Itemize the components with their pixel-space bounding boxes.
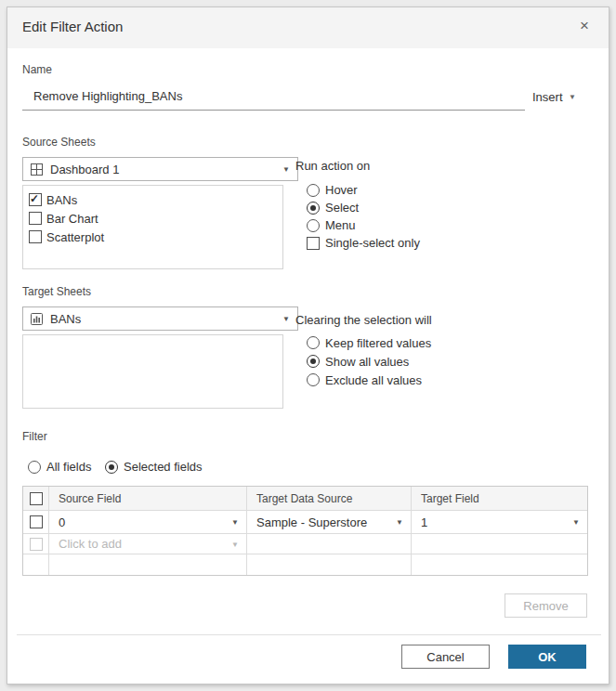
- radio-icon[interactable]: [307, 219, 320, 232]
- row-checkbox-icon[interactable]: [30, 515, 43, 528]
- col-header-target-data-source: Target Data Source: [247, 487, 412, 511]
- source-sheet-item-label: Scatterplot: [46, 230, 104, 244]
- target-data-source-value: Sample - Superstore: [256, 515, 367, 529]
- select-all-cell: [23, 487, 49, 511]
- chevron-down-icon[interactable]: ▼: [231, 540, 239, 548]
- insert-button[interactable]: Insert: [532, 90, 563, 104]
- checkbox-icon[interactable]: [29, 230, 42, 243]
- radio-hover[interactable]: Hover: [307, 181, 420, 199]
- target-field-dropdown[interactable]: 1 ▼: [412, 511, 587, 534]
- checkbox-icon[interactable]: [29, 212, 42, 225]
- select-all-checkbox-icon[interactable]: [30, 492, 43, 505]
- col-header-target-field: Target Field: [412, 487, 587, 511]
- checkbox-checked-icon[interactable]: [29, 193, 42, 206]
- dialog-titlebar: Edit Filter Action ×: [7, 7, 609, 48]
- footer-divider: [17, 634, 601, 635]
- click-to-add-dropdown[interactable]: Click to add ▼: [49, 534, 247, 554]
- radio-all-fields[interactable]: All fields: [28, 458, 91, 476]
- cancel-button[interactable]: Cancel: [401, 645, 490, 669]
- source-sheet-item-bar-chart[interactable]: Bar Chart: [23, 209, 282, 228]
- radio-selected-icon[interactable]: [105, 461, 118, 474]
- radio-select[interactable]: Select: [307, 199, 420, 216]
- click-to-add-placeholder: Click to add: [59, 537, 122, 551]
- edit-filter-action-dialog: Edit Filter Action × Name Remove Highlig…: [7, 7, 609, 684]
- source-sheet-item-scatterplot[interactable]: Scatterplot: [23, 228, 282, 246]
- source-sheets-dropdown[interactable]: Dashboard 1 ▼: [22, 157, 298, 181]
- col-header-source-field: Source Field: [49, 487, 247, 511]
- filter-fields-table: Source Field Target Data Source Target F…: [22, 486, 588, 576]
- radio-selected-icon[interactable]: [307, 202, 320, 215]
- radio-all-fields-label: All fields: [46, 460, 91, 474]
- chevron-down-icon[interactable]: ▼: [396, 518, 403, 527]
- chevron-down-icon[interactable]: ▼: [572, 518, 580, 527]
- target-sheets-dropdown-value: BANs: [50, 312, 282, 326]
- source-sheet-item-bans[interactable]: BANs: [23, 190, 282, 209]
- empty-cell: [412, 554, 587, 575]
- radio-icon[interactable]: [307, 336, 320, 349]
- source-sheets-dropdown-value: Dashboard 1: [50, 163, 282, 176]
- source-sheet-item-label: Bar Chart: [46, 212, 98, 226]
- empty-cell: [23, 554, 49, 575]
- clearing-selection-label: Clearing the selection will: [295, 313, 432, 327]
- radio-keep-filtered-values[interactable]: Keep filtered values: [307, 333, 431, 352]
- target-sheets-list: [22, 334, 283, 409]
- worksheet-bar-chart-icon: [31, 313, 43, 325]
- name-input[interactable]: Remove Highlighting_BANs: [33, 89, 182, 103]
- source-sheets-label: Source Sheets: [22, 136, 96, 149]
- dialog-title: Edit Filter Action: [22, 19, 123, 34]
- radio-menu[interactable]: Menu: [307, 216, 420, 234]
- radio-menu-label: Menu: [325, 218, 356, 232]
- radio-icon[interactable]: [307, 184, 320, 197]
- run-action-on-label: Run action on: [295, 159, 370, 173]
- source-field-value: 0: [59, 515, 65, 529]
- radio-icon[interactable]: [307, 373, 320, 386]
- row-checkbox-icon: [30, 538, 43, 551]
- radio-keep-filtered-values-label: Keep filtered values: [325, 336, 431, 350]
- target-data-source-dropdown[interactable]: Sample - Superstore ▼: [247, 511, 412, 534]
- radio-select-label: Select: [325, 201, 359, 215]
- source-sheet-item-label: BANs: [46, 193, 77, 207]
- source-sheets-list: BANs Bar Chart Scatterplot: [22, 185, 283, 269]
- chevron-down-icon[interactable]: ▼: [569, 93, 576, 101]
- name-input-underline: [22, 110, 525, 111]
- empty-cell: [247, 534, 412, 554]
- empty-cell: [247, 554, 412, 575]
- radio-selected-fields[interactable]: Selected fields: [105, 458, 203, 476]
- radio-exclude-all-values-label: Exclude all values: [325, 373, 422, 387]
- checkbox-icon[interactable]: [307, 237, 320, 250]
- radio-hover-label: Hover: [325, 183, 358, 197]
- chevron-down-icon: ▼: [282, 165, 290, 174]
- name-label: Name: [22, 63, 52, 76]
- radio-icon[interactable]: [28, 461, 41, 474]
- target-sheets-label: Target Sheets: [22, 285, 91, 298]
- filter-label: Filter: [22, 430, 47, 443]
- radio-selected-icon[interactable]: [307, 355, 320, 368]
- close-icon[interactable]: ×: [575, 17, 594, 35]
- empty-cell: [49, 554, 247, 575]
- row-checkbox-cell: [23, 511, 49, 534]
- radio-exclude-all-values[interactable]: Exclude all values: [307, 371, 431, 389]
- target-field-value: 1: [421, 515, 427, 529]
- single-select-only-label: Single-select only: [325, 236, 420, 250]
- row-checkbox-cell: [23, 534, 49, 554]
- radio-show-all-values-label: Show all values: [325, 355, 409, 369]
- chevron-down-icon: ▼: [282, 315, 290, 323]
- radio-selected-fields-label: Selected fields: [124, 460, 203, 474]
- target-sheets-dropdown[interactable]: BANs ▼: [22, 306, 298, 331]
- single-select-only-checkbox[interactable]: Single-select only: [307, 234, 420, 252]
- remove-button[interactable]: Remove: [505, 593, 587, 618]
- empty-cell: [412, 534, 587, 554]
- dashboard-icon: [31, 163, 43, 176]
- ok-button[interactable]: OK: [508, 645, 586, 669]
- radio-show-all-values[interactable]: Show all values: [307, 352, 431, 371]
- chevron-down-icon[interactable]: ▼: [231, 518, 239, 527]
- source-field-dropdown[interactable]: 0 ▼: [49, 511, 247, 534]
